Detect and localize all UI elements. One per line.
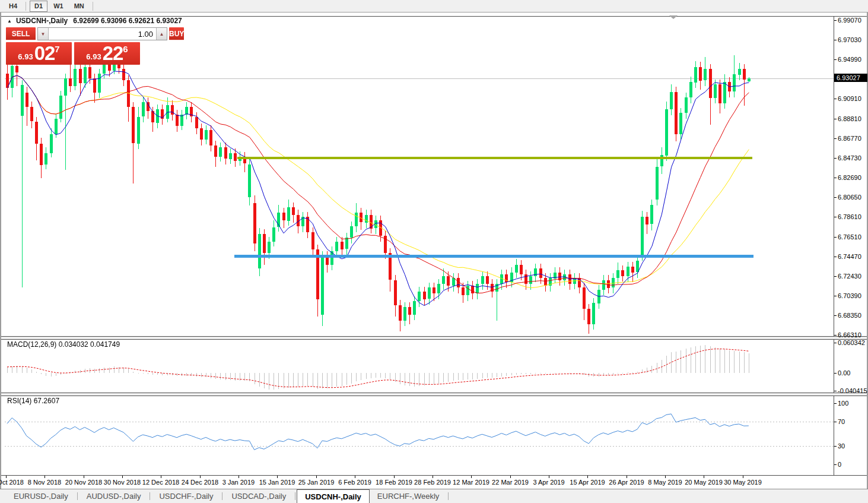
window-left-border bbox=[0, 12, 1, 503]
chart-tab-bar: EURUSD-,DailyAUDUSD-,DailyUSDCHF-,DailyU… bbox=[0, 489, 868, 503]
price-axis-tickmark bbox=[834, 178, 837, 178]
volume-stepper: ▼ ▲ bbox=[37, 27, 167, 40]
resistance-line[interactable] bbox=[237, 157, 752, 159]
sell-price-display[interactable]: 6.93 02 7 bbox=[6, 42, 72, 65]
indicator-axis-tickmark bbox=[834, 391, 837, 391]
buy-button[interactable]: BUY bbox=[169, 27, 184, 40]
date-axis-label: 6 Feb 2019 bbox=[334, 479, 376, 486]
chart-title: ▲ USDCNH-,Daily 6.92699 6.93096 6.92621 … bbox=[7, 17, 182, 25]
date-axis-label: 8 May 2019 bbox=[644, 479, 686, 486]
date-axis-label: 15 Jan 2019 bbox=[256, 479, 298, 486]
date-axis-tickmark bbox=[355, 476, 355, 478]
date-axis-tickmark bbox=[6, 476, 7, 478]
buy-price-pips: 22 bbox=[103, 43, 123, 64]
indicator-axis-tickmark bbox=[834, 343, 837, 343]
indicator-axis-tickmark bbox=[834, 464, 837, 465]
chart-ohlc-values: 6.92699 6.93096 6.92621 6.93027 bbox=[73, 17, 182, 25]
indicator-axis-tickmark bbox=[834, 446, 837, 447]
price-axis-tick: 6.68350 bbox=[838, 312, 861, 319]
sell-price-point: 7 bbox=[55, 44, 59, 54]
volume-input[interactable] bbox=[49, 28, 156, 40]
indicator-axis-tickmark bbox=[834, 373, 837, 374]
price-axis-tick: 6.66310 bbox=[838, 331, 861, 339]
timeframe-button-h4[interactable]: H4 bbox=[4, 1, 22, 12]
date-axis-label: 29 Oct 2018 bbox=[0, 479, 27, 486]
timeframe-button-w1[interactable]: W1 bbox=[49, 1, 68, 12]
price-axis-tick: 6.97030 bbox=[838, 36, 861, 43]
sell-price-pips: 02 bbox=[34, 43, 55, 64]
date-axis-label: 20 Nov 2018 bbox=[63, 479, 104, 486]
indicator-axis-tickmark bbox=[834, 403, 837, 404]
timeframe-button-d1[interactable]: D1 bbox=[30, 1, 47, 12]
indicator-axis-tick: 0 bbox=[838, 461, 841, 468]
price-axis-tickmark bbox=[834, 257, 837, 257]
sell-price-base: 6.93 bbox=[18, 52, 33, 61]
date-axis-tickmark bbox=[394, 476, 395, 478]
date-axis-label: 15 Apr 2019 bbox=[567, 479, 608, 486]
date-axis-label: 20 May 2019 bbox=[683, 479, 724, 486]
chart-tab-eurchf[interactable]: EURCHF-,Weekly bbox=[370, 489, 447, 503]
price-axis-tick: 6.70390 bbox=[838, 292, 861, 299]
volume-decrease-button[interactable]: ▼ bbox=[38, 28, 49, 40]
price-axis-tickmark bbox=[834, 217, 837, 217]
price-axis-tick: 6.88810 bbox=[838, 115, 861, 122]
price-axis-tickmark bbox=[834, 119, 837, 119]
indicator-axis-tickmark bbox=[834, 422, 837, 422]
chart-tab-usdchf[interactable]: USDCHF-,Daily bbox=[151, 489, 221, 503]
price-axis-tick: 6.86770 bbox=[838, 135, 861, 142]
date-axis-label: 3 Jan 2019 bbox=[218, 479, 259, 486]
date-axis-tickmark bbox=[743, 476, 743, 478]
buy-price-point: 6 bbox=[123, 44, 128, 54]
timeframe-toolbar: H4D1W1MN bbox=[0, 0, 868, 12]
tab-separator bbox=[150, 492, 150, 500]
chart-tab-usdcad[interactable]: USDCAD-,Daily bbox=[224, 489, 294, 503]
date-axis-label: 24 Dec 2018 bbox=[179, 479, 221, 486]
chart-shift-marker-icon bbox=[669, 15, 678, 19]
price-axis-tick: 6.74470 bbox=[838, 253, 861, 260]
one-click-trade-panel: SELL ▼ ▲ BUY 6.93 02 7 6.93 22 6 bbox=[6, 27, 140, 65]
tab-separator bbox=[448, 492, 449, 500]
date-axis-tickmark bbox=[239, 476, 239, 478]
indicator-axis-tick: 0.060342 bbox=[838, 339, 865, 346]
volume-increase-button[interactable]: ▲ bbox=[156, 28, 167, 40]
rsi-indicator-canvas[interactable] bbox=[5, 396, 834, 475]
price-axis-tick: 6.84730 bbox=[838, 154, 861, 162]
price-axis-tickmark bbox=[834, 197, 837, 198]
price-axis-tick: 6.82690 bbox=[838, 174, 861, 181]
tab-separator bbox=[295, 492, 295, 500]
buy-price-display[interactable]: 6.93 22 6 bbox=[74, 42, 140, 65]
price-axis-tickmark bbox=[834, 315, 837, 316]
date-axis-tickmark bbox=[316, 476, 317, 478]
macd-indicator-canvas[interactable] bbox=[5, 339, 834, 393]
chart-tab-eurusd[interactable]: EURUSD-,Daily bbox=[6, 489, 76, 503]
date-axis-label: 26 Apr 2019 bbox=[606, 479, 647, 486]
collapse-panel-icon[interactable]: ▲ bbox=[7, 18, 12, 24]
date-axis-tickmark bbox=[122, 476, 123, 478]
date-axis-tickmark bbox=[665, 476, 666, 478]
chart-tab-audusd[interactable]: AUDUSD-,Daily bbox=[79, 489, 149, 503]
date-axis-label: 18 Feb 2019 bbox=[373, 479, 415, 486]
price-axis-tick: 6.76510 bbox=[838, 233, 861, 241]
date-axis-tickmark bbox=[433, 476, 433, 478]
chart-tab-usdcnh[interactable]: USDCNH-,Daily bbox=[297, 489, 370, 503]
date-axis-tickmark bbox=[510, 476, 511, 478]
buy-price-base: 6.93 bbox=[86, 52, 101, 61]
date-axis-tickmark bbox=[277, 476, 278, 478]
timeframe-button-mn[interactable]: MN bbox=[69, 1, 89, 12]
date-axis-tickmark bbox=[627, 476, 627, 478]
price-axis-tickmark bbox=[834, 59, 837, 60]
date-axis-tickmark bbox=[161, 476, 161, 478]
date-axis-label: 3 Apr 2019 bbox=[528, 479, 570, 486]
date-axis-label: 12 Dec 2018 bbox=[140, 479, 182, 486]
sell-button[interactable]: SELL bbox=[6, 27, 36, 40]
rsi-panel-bottom-border bbox=[1, 475, 867, 476]
date-axis-tickmark bbox=[200, 476, 201, 478]
price-axis-tickmark bbox=[834, 158, 837, 159]
price-axis-tick: 6.78610 bbox=[838, 213, 861, 220]
price-axis-tick: 6.90910 bbox=[838, 95, 861, 102]
price-axis-tick: 6.94990 bbox=[838, 56, 861, 63]
tab-separator bbox=[77, 492, 78, 500]
support-line[interactable] bbox=[234, 255, 753, 258]
date-axis-label: 30 Nov 2018 bbox=[101, 479, 143, 486]
date-axis-label: 25 Jan 2019 bbox=[295, 479, 337, 486]
